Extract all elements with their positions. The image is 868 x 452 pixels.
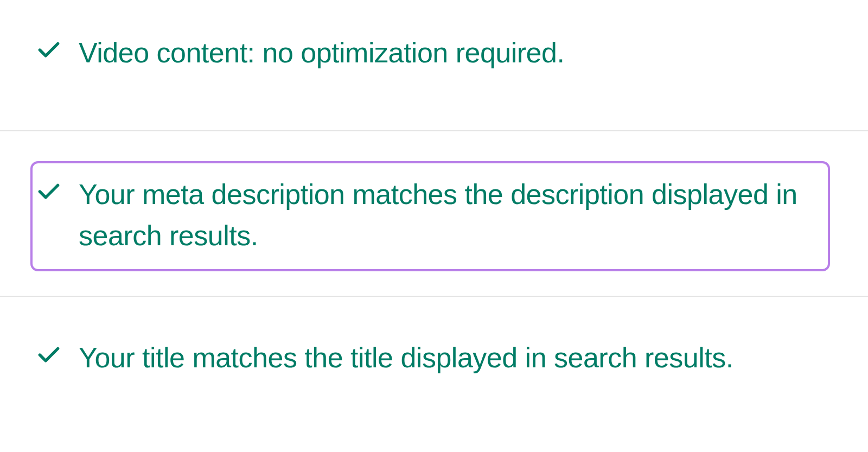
check-item-title-match: Your title matches the title displayed i… — [38, 338, 830, 378]
check-item-text: Your meta description matches the descri… — [79, 174, 813, 256]
check-item-text: Video content: no optimization required. — [79, 33, 564, 73]
check-item-video-content: Video content: no optimization required. — [38, 33, 830, 73]
check-item-wrapper: Video content: no optimization required. — [0, 0, 868, 130]
checkmark-icon — [38, 344, 60, 366]
checkmark-icon — [38, 181, 60, 202]
check-item-text: Your title matches the title displayed i… — [79, 338, 733, 378]
checkmark-icon — [38, 39, 60, 61]
check-item-wrapper: Your title matches the title displayed i… — [0, 297, 868, 411]
check-item-meta-description: Your meta description matches the descri… — [30, 161, 830, 271]
check-list: Video content: no optimization required.… — [0, 0, 868, 411]
check-item-wrapper: Your meta description matches the descri… — [0, 131, 868, 296]
